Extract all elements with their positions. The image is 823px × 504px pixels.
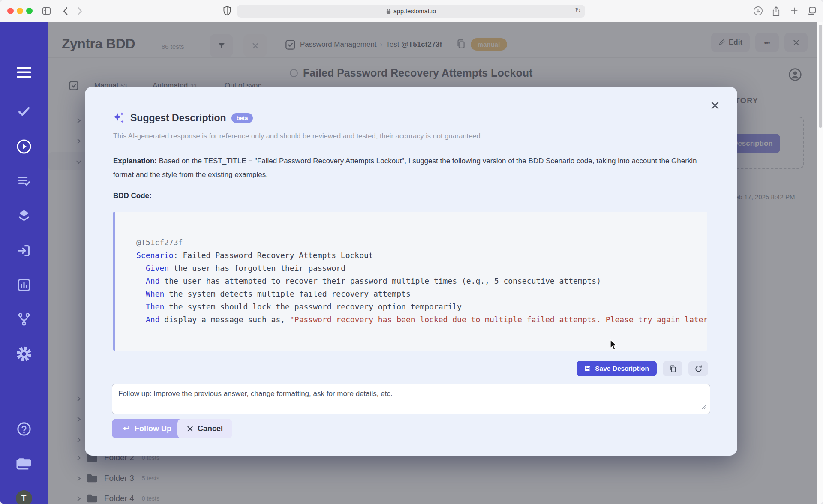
sidebar-item-suites[interactable] bbox=[0, 208, 48, 223]
help-icon bbox=[17, 422, 31, 436]
scrollbar-thumb[interactable] bbox=[819, 25, 822, 128]
play-circle-icon bbox=[16, 139, 32, 154]
sidebar-item-runs[interactable] bbox=[0, 139, 48, 154]
sparkles-icon bbox=[112, 111, 125, 125]
copy-icon bbox=[669, 365, 677, 373]
window-minimize-button[interactable] bbox=[17, 8, 23, 14]
code-text: display a message such as, bbox=[160, 315, 290, 324]
ai-disclaimer: This AI-generated response is for refere… bbox=[113, 132, 481, 140]
close-icon bbox=[187, 426, 193, 432]
refresh-icon bbox=[694, 365, 703, 373]
code-text: the system should lock the password reco… bbox=[164, 302, 462, 311]
code-keyword: Scenario bbox=[136, 251, 174, 260]
browser-chrome: app.testomat.io ↻ bbox=[0, 0, 823, 22]
follow-up-label: Follow Up bbox=[135, 424, 171, 433]
follow-up-button[interactable]: Follow Up bbox=[112, 419, 182, 438]
followup-input[interactable] bbox=[112, 384, 710, 414]
sidebar-toggle-icon[interactable] bbox=[42, 6, 51, 16]
code-text: : Failed Password Recovery Attempts Lock… bbox=[174, 251, 373, 260]
sidebar-item-projects[interactable] bbox=[0, 456, 48, 471]
code-line: @T51cf273f bbox=[136, 236, 707, 249]
sidebar-item-test-plans[interactable] bbox=[0, 174, 48, 188]
code-text: the user has forgotten their password bbox=[169, 264, 345, 273]
code-line: Then the system should lock the password… bbox=[136, 300, 707, 313]
code-keyword: And bbox=[146, 276, 160, 285]
code-line: Scenario: Failed Password Recovery Attem… bbox=[136, 249, 707, 262]
close-icon bbox=[710, 101, 720, 110]
mouse-cursor bbox=[610, 339, 619, 351]
code-actions-row: Save Description bbox=[577, 361, 708, 376]
regenerate-button[interactable] bbox=[688, 361, 708, 376]
explanation-paragraph: Explanation: Based on the TEST_TITLE = "… bbox=[113, 154, 703, 182]
explanation-label: Explanation: bbox=[113, 157, 157, 165]
cancel-button[interactable]: Cancel bbox=[177, 419, 232, 438]
code-keyword: Given bbox=[146, 264, 169, 273]
sidebar-item-settings[interactable] bbox=[0, 346, 48, 362]
sidebar-item-import[interactable] bbox=[0, 243, 48, 258]
back-icon[interactable] bbox=[61, 6, 70, 16]
forward-icon[interactable] bbox=[75, 6, 84, 16]
code-tag: @T51cf273f bbox=[136, 238, 183, 247]
bdd-code-block[interactable]: @T51cf273f Scenario: Failed Password Rec… bbox=[113, 212, 707, 351]
code-text: the user has attempted to recover their … bbox=[160, 276, 601, 285]
copy-code-button[interactable] bbox=[663, 361, 682, 376]
return-arrow-icon bbox=[122, 425, 130, 432]
modal-close-button[interactable] bbox=[707, 98, 723, 113]
sidebar-item-menu[interactable] bbox=[0, 66, 48, 79]
check-icon bbox=[17, 105, 31, 118]
sidebar-item-tests[interactable] bbox=[0, 105, 48, 118]
user-avatar[interactable]: T bbox=[0, 490, 48, 504]
suggest-description-modal: Suggest Description beta This AI-generat… bbox=[85, 87, 737, 456]
save-description-button[interactable]: Save Description bbox=[577, 361, 657, 376]
bdd-code-label: BDD Code: bbox=[113, 192, 152, 200]
tab-overview-icon[interactable] bbox=[807, 6, 817, 16]
modal-header: Suggest Description beta bbox=[112, 111, 253, 125]
avatar-letter: T bbox=[16, 490, 32, 504]
code-line: When the system detects multiple failed … bbox=[136, 288, 707, 300]
reload-icon[interactable]: ↻ bbox=[575, 6, 581, 15]
lock-icon bbox=[386, 8, 391, 14]
code-line: And the user has attempted to recover th… bbox=[136, 275, 707, 288]
beta-badge: beta bbox=[231, 113, 253, 123]
code-keyword: When bbox=[146, 289, 164, 298]
save-icon bbox=[584, 365, 591, 372]
resize-grip-icon[interactable] bbox=[701, 405, 706, 410]
window-close-button[interactable] bbox=[7, 8, 14, 14]
layers-icon bbox=[17, 208, 31, 223]
login-arrow-icon bbox=[17, 243, 31, 258]
code-line: And display a message such as, "Password… bbox=[136, 313, 707, 326]
page-scrollbar[interactable] bbox=[817, 22, 823, 504]
share-icon[interactable] bbox=[771, 6, 781, 17]
code-line: Given the user has forgotten their passw… bbox=[136, 262, 707, 275]
modal-title: Suggest Description bbox=[130, 112, 226, 124]
address-bar[interactable]: app.testomat.io ↻ bbox=[237, 5, 585, 18]
code-string: "Password recovery has been locked due t… bbox=[290, 315, 707, 324]
sidebar-item-help[interactable] bbox=[0, 422, 48, 436]
menu-icon bbox=[16, 66, 32, 79]
code-text: the system detects multiple failed recov… bbox=[164, 289, 410, 298]
save-label: Save Description bbox=[595, 365, 649, 372]
folders-icon bbox=[16, 456, 32, 471]
new-tab-icon[interactable] bbox=[790, 6, 799, 15]
list-check-icon bbox=[17, 174, 31, 188]
sidebar-item-branches[interactable] bbox=[0, 312, 48, 327]
code-keyword: And bbox=[146, 315, 160, 324]
privacy-shield-icon[interactable] bbox=[222, 6, 232, 17]
explanation-text: Based on the TEST_TITLE = "Failed Passwo… bbox=[113, 157, 697, 179]
downloads-icon[interactable] bbox=[753, 6, 763, 16]
gear-icon bbox=[16, 346, 32, 362]
code-keyword: Then bbox=[146, 302, 164, 311]
sidebar-item-analytics[interactable] bbox=[0, 278, 48, 292]
browser-window: Zyntra BDD 86 tests Password Management›… bbox=[0, 0, 823, 504]
window-zoom-button[interactable] bbox=[26, 8, 33, 14]
cancel-label: Cancel bbox=[198, 424, 223, 433]
url-text: app.testomat.io bbox=[393, 8, 436, 15]
branch-icon bbox=[17, 312, 31, 327]
app-sidebar: T bbox=[0, 22, 48, 504]
bar-chart-icon bbox=[17, 278, 31, 292]
